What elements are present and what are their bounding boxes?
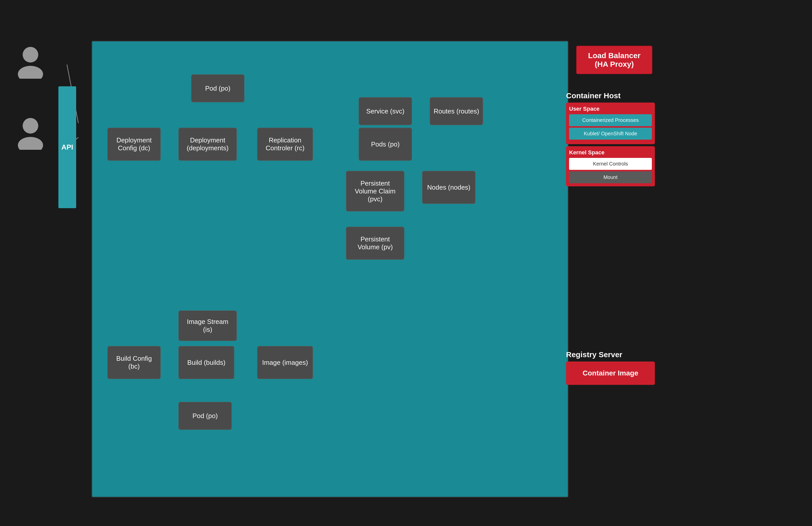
- deployment: Deployment (deployments): [178, 128, 237, 161]
- mount-box: Mount: [569, 171, 652, 183]
- user-icon-top: [15, 46, 46, 79]
- registry-server-section: Registry Server Container Image: [566, 350, 655, 385]
- build: Build (builds): [178, 346, 234, 379]
- load-balancer-box: Load Balancer (HA Proxy): [576, 46, 652, 74]
- container-image-box: Container Image: [566, 362, 655, 385]
- image: Image (images): [257, 346, 313, 379]
- container-host-section: Container Host User Space Containerized …: [566, 91, 655, 186]
- svg-point-27: [18, 66, 43, 79]
- container-host-title: Container Host: [566, 91, 655, 100]
- api-label: API: [61, 143, 73, 151]
- kernel-controls: Kernel Controls: [569, 158, 652, 170]
- svg-point-26: [23, 47, 38, 62]
- routes: Routes (routes): [430, 97, 483, 125]
- user-space-title: User Space: [569, 106, 652, 112]
- svg-point-28: [23, 118, 38, 133]
- main-diagram-box: Pod (po) Deployment Config (dc) Deployme…: [91, 41, 569, 498]
- pod-po-bottom: Pod (po): [178, 402, 232, 430]
- diagram-container: API Pod (po) Deployment Config (dc) Depl…: [0, 20, 812, 515]
- kernel-space-box: Kernel Space Kernel Controls Mount: [566, 146, 655, 186]
- registry-server-title: Registry Server: [566, 350, 655, 359]
- pods-po: Pods (po): [359, 128, 412, 161]
- build-config: Build Config (bc): [107, 346, 161, 379]
- deployment-config: Deployment Config (dc): [107, 128, 161, 161]
- persistent-volume: Persistent Volume (pv): [346, 227, 404, 260]
- user-figure-top: [15, 46, 46, 79]
- persistent-volume-claim: Persistent Volume Claim (pvc): [346, 171, 404, 211]
- api-bar: API: [58, 86, 76, 208]
- containerized-processes: Containerized Processes: [569, 114, 652, 126]
- kernel-space-title: Kernel Space: [569, 149, 652, 156]
- image-stream: Image Stream (is): [178, 310, 237, 341]
- pod-po-top: Pod (po): [191, 74, 244, 102]
- kublet-openshift-node: Kublet/ OpenShift Node: [569, 128, 652, 140]
- nodes: Nodes (nodes): [422, 171, 475, 204]
- load-balancer-label: Load Balancer (HA Proxy): [588, 51, 641, 68]
- svg-point-29: [18, 137, 43, 150]
- user-figure-bottom: [15, 117, 46, 150]
- replication-controller: Replication Controler (rc): [257, 128, 313, 161]
- service-svc: Service (svc): [359, 97, 412, 125]
- user-space-box: User Space Containerized Processes Kuble…: [566, 103, 655, 144]
- user-icon-bottom: [15, 117, 46, 150]
